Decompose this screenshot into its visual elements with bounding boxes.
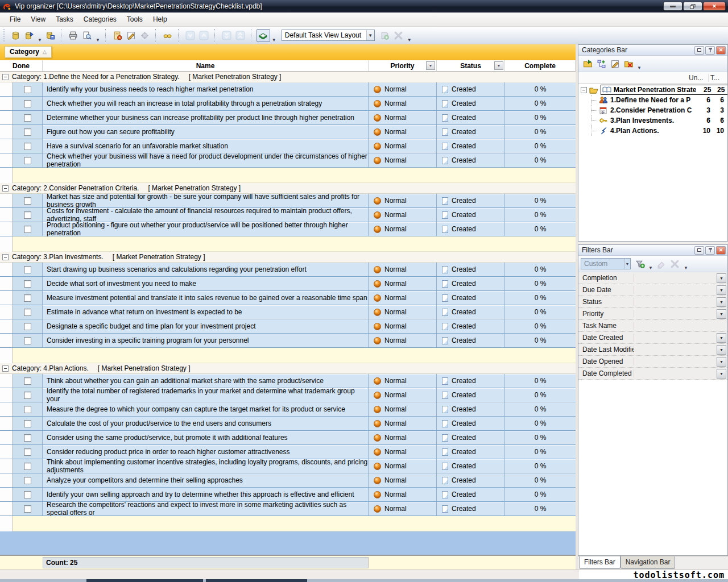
task-name-cell[interactable]: Measure investment potential and transla… xyxy=(43,291,369,305)
collapse-icon[interactable] xyxy=(2,74,9,80)
move-up-button[interactable] xyxy=(197,29,211,42)
task-service-button[interactable] xyxy=(138,29,152,42)
new-task-button[interactable] xyxy=(111,29,125,42)
print-button[interactable] xyxy=(67,29,80,42)
collapse-icon[interactable] xyxy=(2,365,9,372)
filter-field-value[interactable] xyxy=(634,368,717,379)
filter-value-dropdown[interactable]: ▼ xyxy=(717,369,726,379)
task-name-cell[interactable]: Calculate the cost of your product/servi… xyxy=(43,417,369,430)
done-checkbox[interactable] xyxy=(24,266,31,273)
status-cell[interactable]: Created xyxy=(437,334,505,347)
category-header-row[interactable]: Category: 1.Define the Need for a Penetr… xyxy=(0,72,576,82)
menu-tasks[interactable]: Tasks xyxy=(51,14,78,25)
task-name-cell[interactable]: Product positioning - figure out whether… xyxy=(43,222,369,236)
categories-toolbar-dropdown[interactable]: ▼ xyxy=(635,65,643,70)
task-name-cell[interactable]: Identify the total number of registered … xyxy=(43,388,369,402)
status-cell[interactable]: Created xyxy=(437,277,505,290)
done-checkbox[interactable] xyxy=(24,86,31,93)
task-name-cell[interactable]: Estimate in advance what return on inves… xyxy=(43,305,369,319)
priority-cell[interactable]: Normal xyxy=(369,125,437,139)
priority-filter-dropdown[interactable]: ▼ xyxy=(426,61,435,70)
done-checkbox[interactable] xyxy=(24,226,31,233)
done-checkbox[interactable] xyxy=(24,406,31,413)
task-name-cell[interactable]: Determine whether your business can incr… xyxy=(43,111,369,124)
column-header-done[interactable]: Done xyxy=(0,60,43,71)
tree-category-item[interactable]: 4.Plan Actions.1010 xyxy=(578,126,727,136)
delete-category-button[interactable] xyxy=(622,57,635,70)
category-header-row[interactable]: Category: 3.Plan Investments.[ Market Pe… xyxy=(0,252,576,263)
priority-cell[interactable]: Normal xyxy=(369,502,437,516)
edit-task-button[interactable] xyxy=(125,29,138,42)
status-cell[interactable]: Created xyxy=(437,97,505,110)
print-dropdown[interactable]: ▼ xyxy=(94,38,102,43)
assign-button[interactable] xyxy=(161,29,175,42)
status-cell[interactable]: Created xyxy=(437,459,505,473)
filter-value-dropdown[interactable]: ▼ xyxy=(717,297,726,307)
status-cell[interactable]: Created xyxy=(437,388,505,402)
minimize-button[interactable] xyxy=(663,2,682,11)
task-name-cell[interactable]: Consider investing in a specific trainin… xyxy=(43,334,369,347)
clear-filter-button[interactable] xyxy=(655,257,668,271)
menu-help[interactable]: Help xyxy=(148,14,172,25)
menu-tools[interactable]: Tools xyxy=(122,14,148,25)
filter-field-value[interactable] xyxy=(634,332,717,343)
new-subcategory-button[interactable] xyxy=(594,57,608,70)
filter-value-dropdown[interactable]: ▼ xyxy=(717,357,726,367)
priority-cell[interactable]: Normal xyxy=(369,291,437,305)
task-name-cell[interactable]: Research the competitors' reactions and … xyxy=(43,502,369,516)
done-checkbox[interactable] xyxy=(24,128,31,136)
filter-value-dropdown[interactable]: ▼ xyxy=(717,333,726,343)
status-cell[interactable]: Created xyxy=(437,374,505,388)
filters-close-button[interactable]: ✕ xyxy=(716,246,726,255)
done-checkbox[interactable] xyxy=(24,197,31,205)
tree-category-item[interactable]: 3.Plan Investments.66 xyxy=(578,115,727,126)
group-by-category-button[interactable]: Category △ xyxy=(5,46,52,58)
done-checkbox[interactable] xyxy=(24,294,31,302)
done-checkbox[interactable] xyxy=(24,309,31,316)
column-header-priority[interactable]: Priority ▼ xyxy=(369,60,437,71)
column-header-complete[interactable]: Complete xyxy=(505,60,576,71)
priority-cell[interactable]: Normal xyxy=(369,402,437,416)
task-name-cell[interactable]: Market has size and potential for growth… xyxy=(43,194,369,207)
layout-combo-arrow[interactable]: ▼ xyxy=(366,30,374,40)
column-header-status[interactable]: Status ▼ xyxy=(437,60,505,71)
done-checkbox[interactable] xyxy=(24,420,31,427)
done-checkbox[interactable] xyxy=(24,463,31,470)
categories-restore-button[interactable] xyxy=(694,46,704,55)
status-cell[interactable]: Created xyxy=(437,222,505,236)
filter-field-value[interactable] xyxy=(634,308,717,319)
done-checkbox[interactable] xyxy=(24,337,31,344)
filters-toolbar-dropdown[interactable]: ▼ xyxy=(682,265,690,271)
done-checkbox[interactable] xyxy=(24,505,31,513)
task-name-cell[interactable]: Costs for investment - calculate the amo… xyxy=(43,208,369,222)
status-cell[interactable]: Created xyxy=(437,473,505,487)
priority-cell[interactable]: Normal xyxy=(369,194,437,207)
close-button[interactable]: ✕ xyxy=(703,2,726,11)
tree-header-undone[interactable]: Un... xyxy=(689,74,708,82)
status-cell[interactable]: Created xyxy=(437,445,505,459)
status-cell[interactable]: Created xyxy=(437,319,505,333)
done-checkbox[interactable] xyxy=(24,491,31,498)
status-cell[interactable]: Created xyxy=(437,488,505,501)
priority-cell[interactable]: Normal xyxy=(369,374,437,388)
tree-header-total[interactable]: T... xyxy=(708,74,725,82)
priority-cell[interactable]: Normal xyxy=(369,417,437,430)
layout-combo[interactable]: Default Task View Layout ▼ xyxy=(282,30,375,41)
filter-field-value[interactable] xyxy=(634,272,717,284)
layouts-dropdown[interactable]: ▼ xyxy=(270,38,278,43)
priority-cell[interactable]: Normal xyxy=(369,97,437,110)
task-name-cell[interactable]: Designate a specific budget and time pla… xyxy=(43,319,369,333)
filter-preset-arrow[interactable]: ▼ xyxy=(624,259,630,269)
priority-cell[interactable]: Normal xyxy=(369,277,437,290)
priority-cell[interactable]: Normal xyxy=(369,388,437,402)
priority-cell[interactable]: Normal xyxy=(369,473,437,487)
priority-cell[interactable]: Normal xyxy=(369,208,437,222)
status-cell[interactable]: Created xyxy=(437,194,505,207)
filter-field-value[interactable] xyxy=(634,320,727,331)
move-bottom-button[interactable] xyxy=(220,29,234,42)
tree-collapse-icon[interactable] xyxy=(581,87,587,93)
task-name-cell[interactable]: Have a survival scenario for an unfavora… xyxy=(43,139,369,153)
toolbar-overflow-dropdown[interactable]: ▼ xyxy=(406,38,413,43)
category-header-row[interactable]: Category: 4.Plan Actions.[ Market Penetr… xyxy=(0,363,576,374)
tree-root-item[interactable]: Market Penetration Strate2525 xyxy=(578,85,727,95)
